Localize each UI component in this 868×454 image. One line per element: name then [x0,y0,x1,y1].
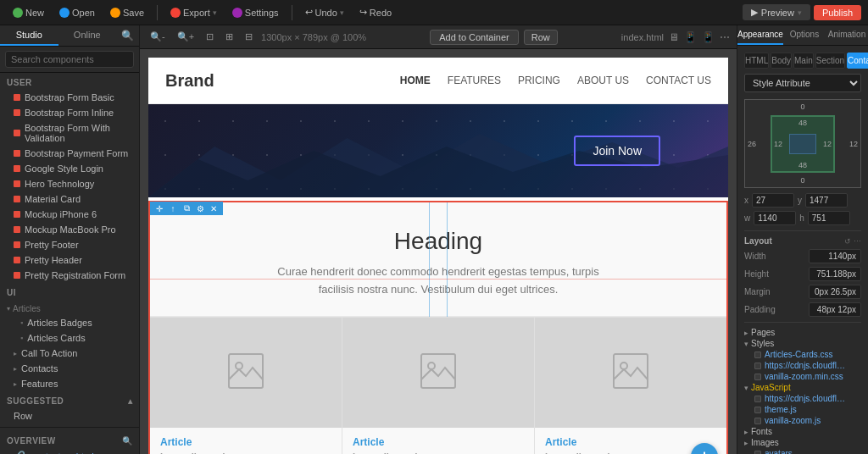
js-file-3[interactable]: vanilla-zoom.js [744,416,861,425]
sub-tab-container[interactable]: Container [847,53,868,69]
ui-articles-header[interactable]: ▾Articles [0,300,139,315]
sidebar-content: User Bootstrap Form Basic Bootstrap Form… [0,73,139,454]
design-fonts-row[interactable]: ▸ Fonts [744,427,861,436]
sidebar-item-bootstrap-form-inline[interactable]: Bootstrap Form Inline [0,105,139,120]
article-img-2 [342,318,534,428]
separator [157,5,158,20]
tab-options[interactable]: Options [783,25,826,45]
move-icon[interactable]: ✛ [153,202,165,214]
sidebar-item-articles-badges[interactable]: ▪Articles Badges [0,315,139,330]
copy-icon[interactable]: ⧉ [181,202,192,214]
join-now-button[interactable]: Join Now [574,136,660,166]
open-button[interactable]: Open [53,5,101,20]
mobile-icon[interactable]: 📱 [702,31,715,43]
collapse-suggested[interactable]: ▴ [128,396,133,406]
js-file-1[interactable]: https://cdnjs.cloudflare.com/ajax/libs/b… [744,394,861,403]
svg-rect-4 [421,354,455,388]
overview-link-item[interactable]: 🔗 contact-us.html [0,448,139,454]
sidebar-item-pretty-reg[interactable]: Pretty Registration Form [0,268,139,283]
javascript-label: JavaScript [751,383,791,392]
overview-header: Overview 🔍 [0,431,139,448]
zoom-out-btn[interactable]: 🔍- [147,30,169,44]
margin-input[interactable] [809,285,861,299]
design-js-row[interactable]: ▾ JavaScript [744,383,861,392]
preview-button[interactable]: ▶ Preview ▾ [743,4,810,20]
save-button[interactable]: Save [104,5,150,20]
export-button[interactable]: Export ▾ [164,5,223,20]
up-icon[interactable]: ↑ [167,202,179,214]
sidebar-item-bootstrap-payment[interactable]: Bootstrap Payment Form [0,146,139,161]
new-button[interactable]: New [7,5,50,20]
tab-studio[interactable]: Studio [0,25,58,46]
height-input[interactable] [809,267,861,281]
coord-w-input[interactable] [754,211,796,225]
center-btn[interactable]: ⊞ [222,30,236,44]
canvas-size-info: 1300px × 789px @ 100% [261,32,366,42]
article-img-1 [150,318,342,428]
row-button[interactable]: Row [524,30,558,45]
sidebar-item-pretty-header[interactable]: Pretty Header [0,252,139,268]
sub-tab-html[interactable]: HTML [744,53,769,69]
grid-btn[interactable]: ⊟ [242,30,256,44]
images-sub[interactable]: avatars [744,449,861,454]
sub-tab-section[interactable]: Section [815,53,845,69]
more-icon[interactable]: ⋯ [720,31,730,43]
tab-appearance[interactable]: Appearance [737,25,783,45]
js-file-2[interactable]: theme.js [744,405,861,414]
sidebar-item-contacts[interactable]: ▸Contacts [0,361,139,376]
nav-contact[interactable]: CONTACT US [646,75,711,86]
search-overview-icon[interactable]: 🔍 [122,436,133,446]
style-file-3[interactable]: vanilla-zoom.min.css [744,372,861,381]
canvas-area[interactable]: Brand HOME FEATURES PRICING ABOUT US CON… [140,49,737,454]
zoom-in-btn[interactable]: 🔍+ [174,30,198,44]
sidebar-item-row[interactable]: Row [0,408,139,424]
sidebar-item-mockup-iphone[interactable]: Mockup iPhone 6 [0,207,139,222]
design-images-row[interactable]: ▸ Images [744,438,861,447]
sidebar-item-features[interactable]: ▸Features [0,376,139,391]
settings-icon[interactable]: ⚙ [194,202,206,214]
sidebar-item-call-to-action[interactable]: ▸Call To Action [0,346,139,361]
padding-label: Padding [744,305,776,314]
style-file-1[interactable]: Articles-Cards.css [744,350,861,359]
selected-section[interactable]: ✛ ↑ ⧉ ⚙ ✕ Heading Curae hendrerit donec [148,201,728,454]
coord-h-input[interactable] [808,211,850,225]
delete-icon[interactable]: ✕ [208,202,220,214]
sidebar-item-mockup-macbook[interactable]: Mockup MacBook Pro [0,222,139,237]
tab-online[interactable]: Online [58,25,117,46]
nav-pricing[interactable]: PRICING [518,75,560,86]
sidebar-item-bootstrap-form-basic[interactable]: Bootstrap Form Basic [0,90,139,105]
settings-button[interactable]: Settings [226,5,285,20]
undo-button[interactable]: ↩ Undo ▾ [299,4,350,20]
nav-features[interactable]: FEATURES [448,75,501,86]
sub-tab-body[interactable]: Body [771,53,792,69]
redo-button[interactable]: ↪ Redo [353,4,398,20]
tab-animation[interactable]: Animation [826,25,868,45]
sidebar-item-pretty-footer[interactable]: Pretty Footer [0,237,139,252]
sidebar-item-material-card[interactable]: Material Card [0,191,139,207]
search-toggle[interactable]: 🔍 [116,25,139,46]
sidebar-item-hero-tech[interactable]: Hero Technology [0,176,139,191]
monitor-icon[interactable]: 🖥 [669,31,679,43]
sidebar-item-articles-cards[interactable]: ▪Articles Cards [0,330,139,346]
coord-y-input[interactable] [805,193,848,208]
search-input[interactable] [5,51,134,68]
style-attr-select[interactable]: Style Attribute [744,74,861,92]
add-container-button[interactable]: Add to Container [430,30,519,45]
design-styles-row[interactable]: ▾ Styles [744,339,861,348]
more-btn[interactable]: ⋯ [854,237,861,246]
nav-about[interactable]: ABOUT US [577,75,629,86]
design-pages-row[interactable]: ▸ Pages [744,328,861,337]
reset-btn[interactable]: ↺ [844,237,851,246]
style-file-2[interactable]: https://cdnjs.cloudflare.com/ajax/libs/b… [744,361,861,370]
publish-button[interactable]: Publish [814,5,861,20]
width-input[interactable] [809,249,861,263]
sidebar-item-bootstrap-form-validation[interactable]: Bootstrap Form With Validation [0,120,139,146]
tablet-icon[interactable]: 📱 [684,31,697,43]
padding-input[interactable] [809,302,861,317]
sub-tab-main[interactable]: Main [793,53,814,69]
sidebar-item-google-login[interactable]: Google Style Login [0,161,139,176]
nav-home[interactable]: HOME [400,75,431,86]
right-content: HTML Body Main Section Container Style A… [737,46,868,454]
fit-btn[interactable]: ⊡ [203,30,217,44]
coord-x-input[interactable] [752,193,794,208]
